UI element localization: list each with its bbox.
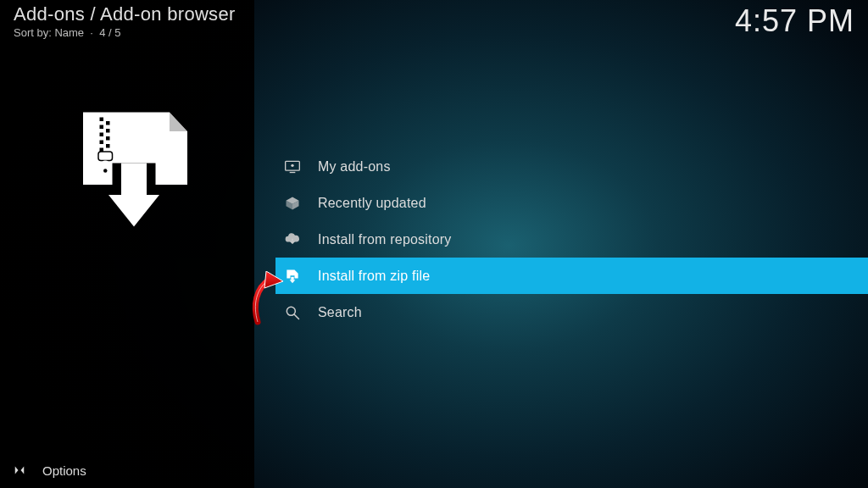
clock: 4:57 PM <box>735 3 854 39</box>
svg-rect-6 <box>100 141 104 145</box>
svg-rect-5 <box>106 136 110 141</box>
svg-rect-2 <box>100 125 104 130</box>
menu-item-install-zip[interactable]: Install from zip file <box>275 258 868 294</box>
svg-rect-10 <box>103 161 109 176</box>
sidebar <box>0 0 254 488</box>
header-left: Add-ons / Add-on browser Sort by: Name ·… <box>14 3 236 39</box>
sort-dot: · <box>87 26 99 39</box>
menu-label: Install from repository <box>318 232 452 247</box>
svg-rect-4 <box>100 133 104 137</box>
position-label: 4 / 5 <box>99 26 120 39</box>
cloud-download-icon <box>282 230 303 250</box>
svg-marker-26 <box>21 467 25 474</box>
svg-rect-0 <box>100 118 104 122</box>
svg-rect-1 <box>106 121 110 125</box>
svg-marker-21 <box>290 280 296 283</box>
svg-point-16 <box>291 164 293 166</box>
menu-label: Search <box>318 305 362 320</box>
svg-rect-12 <box>121 164 147 196</box>
svg-marker-25 <box>15 467 19 474</box>
svg-point-22 <box>287 307 295 315</box>
svg-marker-13 <box>108 195 159 227</box>
zip-download-icon <box>282 266 303 286</box>
menu-item-my-addons[interactable]: My add-ons <box>275 148 868 185</box>
search-icon <box>282 302 303 323</box>
menu-item-recently-updated[interactable]: Recently updated <box>275 185 868 221</box>
sidebar-shade <box>0 0 254 488</box>
options-icon[interactable] <box>12 463 27 478</box>
header: Add-ons / Add-on browser Sort by: Name ·… <box>14 3 854 39</box>
monitor-icon <box>282 157 303 177</box>
footer: Options <box>12 463 86 478</box>
svg-rect-3 <box>106 129 110 133</box>
svg-line-23 <box>295 314 299 319</box>
menu-label: Install from zip file <box>318 269 430 284</box>
menu-label: My add-ons <box>318 159 391 175</box>
sort-info: Sort by: Name · 4 / 5 <box>14 26 236 39</box>
svg-rect-20 <box>291 276 293 279</box>
sort-label: Sort by: Name <box>14 26 84 39</box>
svg-rect-9 <box>98 152 113 161</box>
breadcrumb: Add-ons / Add-on browser <box>14 3 236 25</box>
svg-rect-15 <box>290 171 296 172</box>
svg-rect-7 <box>106 144 110 148</box>
options-label[interactable]: Options <box>42 463 86 478</box>
menu-list: My add-ons Recently updated Install from… <box>275 148 868 330</box>
menu-item-search[interactable]: Search <box>275 294 868 330</box>
openbox-icon <box>282 193 303 214</box>
zip-download-large-icon <box>70 106 198 233</box>
svg-point-11 <box>103 169 108 173</box>
menu-item-install-repository[interactable]: Install from repository <box>275 221 868 258</box>
menu-label: Recently updated <box>318 196 426 211</box>
